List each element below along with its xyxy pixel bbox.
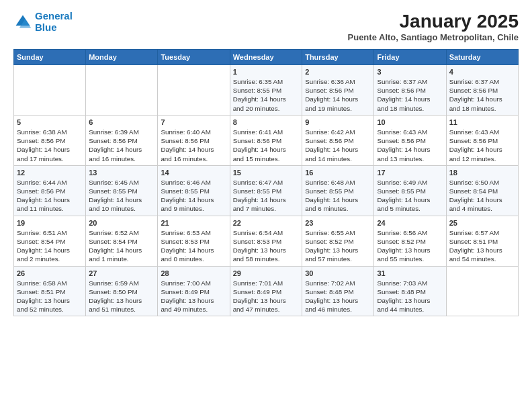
calendar-cell [14, 65, 86, 116]
day-number: 25 [449, 219, 515, 227]
day-number: 22 [233, 219, 299, 227]
day-info: Sunrise: 6:51 AM Sunset: 8:54 PM Dayligh… [17, 228, 83, 264]
day-number: 3 [377, 68, 443, 76]
calendar-cell: 10Sunrise: 6:43 AM Sunset: 8:56 PM Dayli… [374, 115, 446, 165]
day-of-week-header: Sunday [14, 50, 86, 65]
calendar-cell: 7Sunrise: 6:40 AM Sunset: 8:56 PM Daylig… [158, 115, 230, 165]
day-number: 26 [17, 269, 83, 277]
calendar-cell: 4Sunrise: 6:37 AM Sunset: 8:56 PM Daylig… [446, 65, 518, 116]
calendar-cell [86, 65, 158, 116]
calendar-week-row: 19Sunrise: 6:51 AM Sunset: 8:54 PM Dayli… [14, 216, 519, 266]
calendar-cell: 3Sunrise: 6:37 AM Sunset: 8:56 PM Daylig… [374, 65, 446, 116]
day-info: Sunrise: 6:52 AM Sunset: 8:54 PM Dayligh… [89, 228, 154, 264]
day-number: 6 [89, 118, 154, 126]
calendar-cell: 1Sunrise: 6:35 AM Sunset: 8:55 PM Daylig… [230, 65, 302, 116]
day-info: Sunrise: 7:03 AM Sunset: 8:48 PM Dayligh… [377, 279, 443, 314]
day-info: Sunrise: 6:43 AM Sunset: 8:56 PM Dayligh… [377, 128, 443, 163]
calendar-cell: 19Sunrise: 6:51 AM Sunset: 8:54 PM Dayli… [14, 216, 86, 266]
day-info: Sunrise: 6:43 AM Sunset: 8:56 PM Dayligh… [449, 128, 515, 163]
day-info: Sunrise: 6:35 AM Sunset: 8:55 PM Dayligh… [233, 77, 299, 113]
day-info: Sunrise: 6:57 AM Sunset: 8:51 PM Dayligh… [449, 228, 515, 264]
title-block: January 2025 Puente Alto, Santiago Metro… [348, 11, 519, 42]
header-row: SundayMondayTuesdayWednesdayThursdayFrid… [14, 50, 519, 65]
calendar-cell: 14Sunrise: 6:46 AM Sunset: 8:55 PM Dayli… [158, 165, 230, 216]
calendar-cell: 17Sunrise: 6:49 AM Sunset: 8:55 PM Dayli… [374, 165, 446, 216]
day-info: Sunrise: 7:01 AM Sunset: 8:49 PM Dayligh… [233, 279, 299, 314]
calendar-cell: 27Sunrise: 6:59 AM Sunset: 8:50 PM Dayli… [86, 266, 158, 316]
day-number: 18 [449, 169, 515, 177]
day-of-week-header: Tuesday [158, 50, 230, 65]
day-number: 15 [233, 169, 299, 177]
calendar-cell: 24Sunrise: 6:56 AM Sunset: 8:52 PM Dayli… [374, 216, 446, 266]
calendar-cell: 29Sunrise: 7:01 AM Sunset: 8:49 PM Dayli… [230, 266, 302, 316]
day-number: 16 [305, 169, 371, 177]
day-info: Sunrise: 6:46 AM Sunset: 8:55 PM Dayligh… [161, 178, 226, 214]
calendar-cell: 5Sunrise: 6:38 AM Sunset: 8:56 PM Daylig… [14, 115, 86, 165]
calendar-body: 1Sunrise: 6:35 AM Sunset: 8:55 PM Daylig… [14, 65, 519, 316]
logo: General Blue [13, 11, 73, 33]
day-info: Sunrise: 6:37 AM Sunset: 8:56 PM Dayligh… [449, 77, 515, 113]
calendar-cell: 16Sunrise: 6:48 AM Sunset: 8:55 PM Dayli… [302, 165, 374, 216]
calendar-cell: 12Sunrise: 6:44 AM Sunset: 8:56 PM Dayli… [14, 165, 86, 216]
day-info: Sunrise: 6:39 AM Sunset: 8:56 PM Dayligh… [89, 128, 154, 163]
day-info: Sunrise: 6:53 AM Sunset: 8:53 PM Dayligh… [161, 228, 226, 264]
day-number: 13 [89, 169, 154, 177]
calendar-cell: 6Sunrise: 6:39 AM Sunset: 8:56 PM Daylig… [86, 115, 158, 165]
calendar-week-row: 12Sunrise: 6:44 AM Sunset: 8:56 PM Dayli… [14, 165, 519, 216]
day-of-week-header: Thursday [302, 50, 374, 65]
day-of-week-header: Friday [374, 50, 446, 65]
day-info: Sunrise: 7:00 AM Sunset: 8:49 PM Dayligh… [161, 279, 226, 314]
calendar-cell [446, 266, 518, 316]
calendar-cell: 31Sunrise: 7:03 AM Sunset: 8:48 PM Dayli… [374, 266, 446, 316]
day-info: Sunrise: 6:37 AM Sunset: 8:56 PM Dayligh… [377, 77, 443, 113]
day-number: 24 [377, 219, 443, 227]
day-number: 11 [449, 118, 515, 126]
calendar-week-row: 5Sunrise: 6:38 AM Sunset: 8:56 PM Daylig… [14, 115, 519, 165]
calendar-cell: 8Sunrise: 6:41 AM Sunset: 8:56 PM Daylig… [230, 115, 302, 165]
calendar-cell: 28Sunrise: 7:00 AM Sunset: 8:49 PM Dayli… [158, 266, 230, 316]
logo-icon [13, 13, 32, 32]
logo-line1: General [35, 10, 73, 21]
calendar-cell: 30Sunrise: 7:02 AM Sunset: 8:48 PM Dayli… [302, 266, 374, 316]
day-info: Sunrise: 6:49 AM Sunset: 8:55 PM Dayligh… [377, 178, 443, 214]
day-number: 2 [305, 68, 371, 76]
day-info: Sunrise: 6:58 AM Sunset: 8:51 PM Dayligh… [17, 279, 83, 314]
header: General Blue January 2025 Puente Alto, S… [13, 11, 519, 42]
calendar-cell: 22Sunrise: 6:54 AM Sunset: 8:53 PM Dayli… [230, 216, 302, 266]
day-info: Sunrise: 6:38 AM Sunset: 8:56 PM Dayligh… [17, 128, 83, 163]
day-info: Sunrise: 6:59 AM Sunset: 8:50 PM Dayligh… [89, 279, 154, 314]
day-info: Sunrise: 6:40 AM Sunset: 8:56 PM Dayligh… [161, 128, 226, 163]
day-number: 14 [161, 169, 226, 177]
day-number: 29 [233, 269, 299, 277]
day-number: 7 [161, 118, 226, 126]
day-info: Sunrise: 6:54 AM Sunset: 8:53 PM Dayligh… [233, 228, 299, 264]
day-info: Sunrise: 6:47 AM Sunset: 8:55 PM Dayligh… [233, 178, 299, 214]
location-subtitle: Puente Alto, Santiago Metropolitan, Chil… [348, 32, 519, 42]
calendar-header: SundayMondayTuesdayWednesdayThursdayFrid… [14, 50, 519, 65]
day-number: 12 [17, 169, 83, 177]
calendar-cell: 20Sunrise: 6:52 AM Sunset: 8:54 PM Dayli… [86, 216, 158, 266]
day-number: 23 [305, 219, 371, 227]
day-number: 1 [233, 68, 299, 76]
calendar-cell: 15Sunrise: 6:47 AM Sunset: 8:55 PM Dayli… [230, 165, 302, 216]
day-number: 30 [305, 269, 371, 277]
day-number: 4 [449, 68, 515, 76]
day-number: 20 [89, 219, 154, 227]
calendar-cell: 18Sunrise: 6:50 AM Sunset: 8:54 PM Dayli… [446, 165, 518, 216]
day-info: Sunrise: 6:56 AM Sunset: 8:52 PM Dayligh… [377, 228, 443, 264]
calendar-cell: 25Sunrise: 6:57 AM Sunset: 8:51 PM Dayli… [446, 216, 518, 266]
calendar-cell: 2Sunrise: 6:36 AM Sunset: 8:56 PM Daylig… [302, 65, 374, 116]
day-number: 9 [305, 118, 371, 126]
day-info: Sunrise: 7:02 AM Sunset: 8:48 PM Dayligh… [305, 279, 371, 314]
day-info: Sunrise: 6:45 AM Sunset: 8:55 PM Dayligh… [89, 178, 154, 214]
calendar-cell: 21Sunrise: 6:53 AM Sunset: 8:53 PM Dayli… [158, 216, 230, 266]
calendar-cell: 11Sunrise: 6:43 AM Sunset: 8:56 PM Dayli… [446, 115, 518, 165]
day-number: 8 [233, 118, 299, 126]
month-title: January 2025 [348, 11, 519, 32]
day-of-week-header: Saturday [446, 50, 518, 65]
day-info: Sunrise: 6:36 AM Sunset: 8:56 PM Dayligh… [305, 77, 371, 113]
day-number: 5 [17, 118, 83, 126]
calendar-cell [158, 65, 230, 116]
calendar-cell: 9Sunrise: 6:42 AM Sunset: 8:56 PM Daylig… [302, 115, 374, 165]
day-info: Sunrise: 6:55 AM Sunset: 8:52 PM Dayligh… [305, 228, 371, 264]
